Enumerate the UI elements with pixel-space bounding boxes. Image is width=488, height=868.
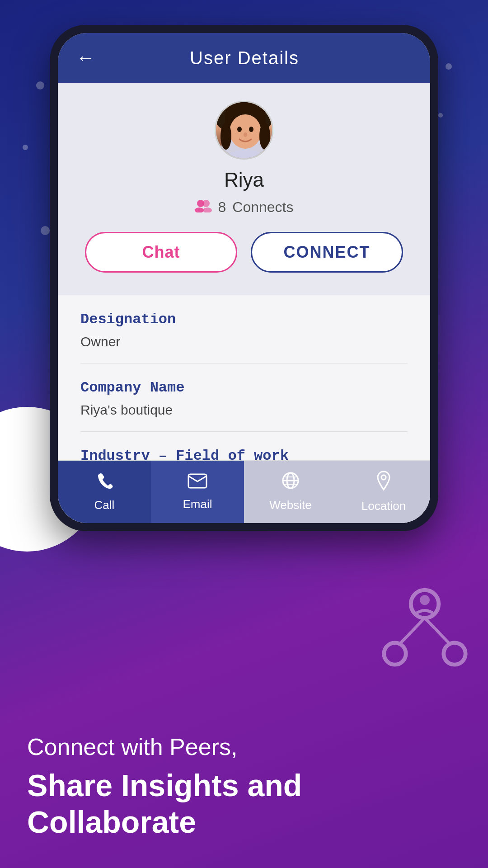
svg-point-12 <box>226 150 264 160</box>
call-label: Call <box>94 498 115 512</box>
company-label: Company Name <box>80 379 408 396</box>
dot-5 <box>438 113 443 118</box>
profile-card: Riya 8 Connects Chat CONNECT <box>58 83 430 295</box>
svg-point-8 <box>230 114 261 149</box>
svg-point-10 <box>249 127 253 132</box>
phone-frame: ← User Details <box>50 25 438 531</box>
tagline-line1: Connect with Peers, <box>27 732 461 763</box>
tagline-section: Connect with Peers, Share Insights and C… <box>27 732 461 841</box>
designation-value: Owner <box>80 334 408 349</box>
phone-screen: ← User Details <box>58 33 430 523</box>
website-label: Website <box>269 498 311 512</box>
svg-point-18 <box>203 208 212 212</box>
email-label: Email <box>183 497 212 511</box>
connects-label: Connects <box>232 199 293 216</box>
svg-point-25 <box>381 475 386 480</box>
dot-1 <box>36 81 44 90</box>
svg-point-11 <box>244 132 247 137</box>
detail-company: Company Name Riya's boutique <box>80 363 408 432</box>
company-value: Riya's boutique <box>80 402 408 418</box>
detail-industry: Industry – Field of work sales <box>80 432 408 460</box>
dot-3 <box>41 226 50 235</box>
connect-button[interactable]: CONNECT <box>251 232 403 273</box>
back-button[interactable]: ← <box>76 47 95 69</box>
svg-point-13 <box>221 123 231 150</box>
svg-line-3 <box>400 618 425 644</box>
svg-point-17 <box>195 208 204 212</box>
location-action[interactable]: Location <box>337 461 430 523</box>
svg-point-1 <box>384 643 406 665</box>
avatar <box>215 101 273 160</box>
email-icon <box>188 472 207 493</box>
svg-point-2 <box>444 643 465 665</box>
call-action[interactable]: Call <box>58 461 151 523</box>
website-icon <box>282 472 300 494</box>
svg-point-16 <box>202 200 210 207</box>
header-bar: ← User Details <box>58 33 430 83</box>
details-section: Designation Owner Company Name Riya's bo… <box>58 295 430 460</box>
page-title: User Details <box>108 48 380 68</box>
tagline-line2: Share Insights and <box>27 767 461 804</box>
chat-button[interactable]: Chat <box>85 232 237 273</box>
connects-count: 8 <box>218 199 226 216</box>
location-label: Location <box>361 499 406 513</box>
location-icon <box>376 471 391 495</box>
svg-point-5 <box>420 595 430 605</box>
website-action[interactable]: Website <box>244 461 337 523</box>
designation-label: Designation <box>80 311 408 328</box>
svg-point-14 <box>259 123 270 150</box>
user-name: Riya <box>224 169 264 191</box>
dot-2 <box>23 145 28 150</box>
detail-designation: Designation Owner <box>80 295 408 363</box>
industry-label: Industry – Field of work <box>80 448 408 460</box>
connects-info: 8 Connects <box>195 198 294 217</box>
svg-point-9 <box>237 127 242 132</box>
action-buttons: Chat CONNECT <box>85 232 403 273</box>
connects-icon <box>195 198 212 217</box>
svg-line-4 <box>425 618 450 644</box>
network-bg-icon <box>375 574 474 674</box>
bottom-action-bar: Call Email <box>58 460 430 523</box>
email-action[interactable]: Email <box>151 461 244 523</box>
call-icon <box>95 472 113 494</box>
tagline-line3: Collaborate <box>27 804 461 841</box>
dot-4 <box>446 63 452 70</box>
